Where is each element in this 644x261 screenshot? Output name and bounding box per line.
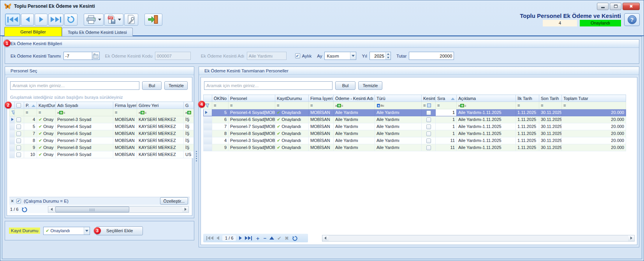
table-row[interactable]: 4 Personel-3 Soyad[MOBİS. ✔Onaylandı MOB… bbox=[204, 137, 626, 144]
col-header-sira[interactable]: Sıra bbox=[436, 95, 457, 102]
maximize-button[interactable] bbox=[610, 3, 621, 10]
tanim-input[interactable] bbox=[63, 52, 92, 60]
delete-row-icon[interactable]: − bbox=[263, 236, 266, 241]
post-edit-icon[interactable]: ✔ bbox=[277, 236, 282, 241]
nav-prev-icon[interactable] bbox=[216, 236, 219, 240]
close-button[interactable]: ✖ bbox=[623, 3, 640, 10]
col-header-kesinti[interactable]: Kesinti bbox=[422, 95, 436, 102]
col-header-firma-isyeri[interactable]: Firma İşyeri bbox=[309, 95, 334, 102]
add-row-icon[interactable]: ＋ bbox=[255, 236, 260, 241]
aylik-checkbox[interactable] bbox=[295, 53, 300, 58]
col-header-personel[interactable]: Personel bbox=[229, 95, 275, 102]
col-header-turu[interactable]: Türü bbox=[375, 95, 422, 102]
nav-first-button[interactable] bbox=[5, 14, 20, 26]
table-row[interactable]: 9 ✔Onay Personel-8 Soyad MOBİSAN KAYSERİ… bbox=[10, 144, 194, 151]
col-header-p[interactable]: P. bbox=[24, 102, 37, 109]
table-row[interactable]: 9 Personel-9 Soyad[MOBİS. ✔Onaylandı MOB… bbox=[204, 144, 626, 151]
nav-last-icon[interactable] bbox=[245, 236, 252, 240]
table-row[interactable]: 8 ✔Onay Personel-7 Soyad MOBİSAN KAYSERİ… bbox=[10, 137, 194, 144]
select-all-header[interactable] bbox=[15, 102, 24, 109]
remove-filter-icon[interactable]: × bbox=[11, 199, 14, 203]
yil-up-icon[interactable] bbox=[386, 52, 391, 56]
nav-next-button[interactable] bbox=[35, 14, 48, 26]
tab-genel-bilgiler[interactable]: Genel Bilgiler bbox=[4, 27, 62, 36]
personel-search-input[interactable] bbox=[10, 81, 139, 90]
tanimli-find-button[interactable]: Bul bbox=[335, 81, 355, 90]
refresh-button[interactable] bbox=[64, 14, 77, 26]
col-header-kayitdurumu[interactable]: KayıtDurumu bbox=[275, 95, 309, 102]
scroll-right-button[interactable] bbox=[628, 235, 634, 241]
kayit-durumu-select[interactable]: ✔ Onaylandı bbox=[43, 227, 90, 235]
refresh-data-icon[interactable] bbox=[292, 235, 298, 241]
tanim-lookup-button[interactable]: % bbox=[92, 52, 100, 60]
col-header-kayitdurumu[interactable]: KayıtDurumu bbox=[37, 102, 56, 109]
edit-row-icon[interactable] bbox=[269, 236, 274, 240]
col-header-son-tarih[interactable]: Son Tarih bbox=[539, 95, 562, 102]
scroll-left-button[interactable] bbox=[48, 207, 55, 212]
col-header-aciklama[interactable]: Açıklama bbox=[457, 95, 516, 102]
print-button[interactable] bbox=[84, 14, 104, 26]
col-header-toplam-tutar[interactable]: Toplam Tutar bbox=[562, 95, 626, 102]
kesinti-checkbox[interactable] bbox=[426, 117, 431, 122]
col-header-firma-isyeri[interactable]: Firma İşyeri bbox=[113, 102, 137, 109]
tanimli-clear-button[interactable]: Temizle bbox=[358, 81, 382, 90]
table-row[interactable]: 8 Personel-8 Soyad[MOBİS. ✔Onaylandı MOB… bbox=[204, 130, 626, 137]
tab-toplu-liste[interactable]: Toplu Ek Ödeme Kesinti Listesi bbox=[62, 28, 133, 36]
tanimli-search-input[interactable] bbox=[204, 81, 333, 90]
ay-select[interactable]: Kasım bbox=[324, 52, 356, 60]
col-header-okino[interactable]: ÖKİNo bbox=[212, 95, 229, 102]
customize-button[interactable]: Özelleştir... bbox=[160, 197, 188, 205]
panel-splitter[interactable] bbox=[194, 67, 199, 245]
horizontal-scrollbar[interactable] bbox=[48, 206, 189, 213]
col-header-gorev-yeri[interactable]: Görev Yeri bbox=[137, 102, 184, 109]
col-header-ilk-tarih[interactable]: İlk Tarih bbox=[516, 95, 539, 102]
kesinti-checkbox[interactable] bbox=[426, 138, 431, 143]
personel-find-button[interactable]: Bul bbox=[142, 81, 162, 90]
row-checkbox[interactable] bbox=[16, 152, 21, 157]
tutar-input[interactable] bbox=[409, 52, 454, 60]
yil-spinner[interactable] bbox=[370, 52, 391, 60]
yil-input[interactable] bbox=[370, 52, 385, 60]
filter-enabled-checkbox[interactable] bbox=[16, 199, 21, 203]
col-header-adi-soyadi[interactable]: Adı Soyadı bbox=[56, 102, 113, 109]
row-checkbox[interactable] bbox=[16, 145, 21, 150]
table-row[interactable]: 6 Personel-6 Soyad[MOBİS. ✔Onaylandı MOB… bbox=[204, 116, 626, 123]
row-checkbox[interactable] bbox=[16, 138, 21, 143]
scroll-right-button[interactable] bbox=[182, 207, 188, 212]
scroll-left-button[interactable] bbox=[322, 235, 329, 241]
select-all-checkbox[interactable] bbox=[16, 103, 21, 108]
kesinti-checkbox[interactable] bbox=[426, 145, 431, 150]
nav-last-button[interactable] bbox=[48, 14, 63, 26]
help-button[interactable]: ? bbox=[624, 13, 640, 26]
horizontal-scrollbar[interactable] bbox=[322, 235, 635, 242]
row-checkbox[interactable] bbox=[16, 131, 21, 136]
nav-prev-button[interactable] bbox=[21, 14, 34, 26]
kesinti-checkbox[interactable] bbox=[426, 131, 431, 136]
col-header-g[interactable]: G bbox=[184, 102, 194, 109]
table-row[interactable]: 10 ✔Onay Personel-9 Soyad MOBİSAN KAYSER… bbox=[10, 151, 194, 158]
table-row[interactable]: 7 Personel-7 Soyad[MOBİS. ✔Onaylandı MOB… bbox=[204, 123, 626, 130]
row-checkbox[interactable] bbox=[16, 117, 21, 122]
preview-button[interactable] bbox=[124, 14, 138, 26]
secilileri-ekle-button[interactable]: Seçilileri Ekle bbox=[96, 226, 143, 235]
export-pdf-button[interactable]: PDF bbox=[104, 14, 123, 26]
approved-check-icon: ✔ bbox=[277, 124, 280, 129]
filter-row-icon-cell[interactable] bbox=[10, 109, 15, 116]
yil-down-icon[interactable] bbox=[386, 56, 391, 60]
kesinti-checkbox[interactable] bbox=[426, 110, 431, 115]
table-row-selected[interactable]: 5 Personel-4 Soyad[MOBİS. ✔Onaylandı MOB… bbox=[204, 109, 626, 116]
table-row[interactable]: 7 ✔Onay Personel-6 Soyad MOBİSAN KAYSERİ… bbox=[10, 130, 194, 137]
exit-button[interactable] bbox=[144, 14, 162, 26]
table-row[interactable]: 4 ✔Onay Personel-3 Soyad MOBİSAN KAYSERİ… bbox=[10, 116, 194, 123]
refresh-data-icon[interactable] bbox=[21, 207, 28, 212]
kesinti-checkbox[interactable] bbox=[426, 124, 431, 129]
col-header-odeme-kesinti-adi[interactable]: Ödeme - Kesinti Adı bbox=[334, 95, 375, 102]
nav-first-icon[interactable] bbox=[206, 236, 213, 240]
minimize-button[interactable] bbox=[597, 3, 609, 10]
table-row[interactable]: 5 ✔Onay Personel-4 Soyad MOBİSAN KAYSERİ… bbox=[10, 123, 194, 130]
scrollbar-thumb[interactable] bbox=[55, 207, 129, 212]
row-checkbox[interactable] bbox=[16, 124, 21, 129]
cancel-edit-icon[interactable]: ✖ bbox=[285, 236, 289, 241]
nav-next-icon[interactable] bbox=[239, 236, 242, 240]
personel-clear-button[interactable]: Temizle bbox=[164, 81, 188, 90]
